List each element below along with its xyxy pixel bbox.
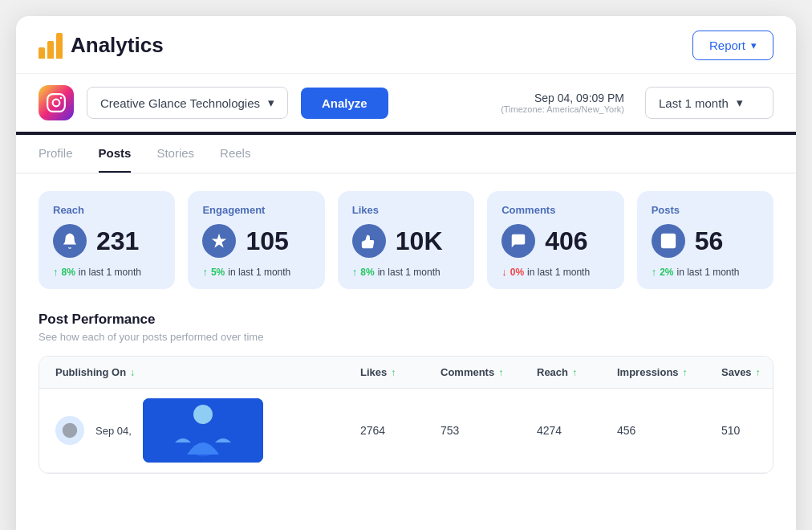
datetime-info: Sep 04, 09:09 PM (Timezone: America/New_…	[501, 92, 624, 114]
tab-stories[interactable]: Stories	[156, 135, 194, 173]
sort-up-icon: ↑	[683, 367, 688, 378]
svg-point-2	[60, 97, 63, 100]
page-title: Analytics	[71, 33, 164, 58]
post-info: Sep 04,	[55, 398, 360, 463]
tab-profile[interactable]: Profile	[39, 135, 73, 173]
reach-icon-circle	[53, 224, 87, 258]
metric-change: ↑ 5% in last 1 month	[202, 266, 310, 278]
posts-icon-circle	[652, 224, 685, 258]
cell-impressions: 456	[617, 424, 721, 437]
metric-label: Reach	[53, 204, 160, 216]
sort-up-icon: ↑	[756, 367, 761, 378]
cell-saves: 510	[721, 424, 773, 437]
up-arrow-icon: ↑	[53, 266, 59, 278]
metric-value: 10K	[396, 226, 443, 256]
table-row: Sep 04, 2764 753	[39, 389, 773, 473]
cell-likes: 2764	[360, 424, 441, 437]
down-arrow-icon: ↓	[501, 266, 507, 278]
col-header-impressions[interactable]: Impressions ↑	[617, 366, 721, 378]
period-label: Last 1 month	[659, 96, 729, 110]
svg-point-1	[53, 100, 60, 107]
metric-value: 105	[246, 226, 288, 256]
analyze-button[interactable]: Analyze	[301, 88, 388, 119]
section-title: Post Performance	[39, 312, 773, 328]
col-header-comments[interactable]: Comments ↑	[441, 366, 537, 378]
instagram-icon	[39, 85, 74, 120]
likes-icon-circle	[352, 224, 386, 258]
tabs-nav: Profile Posts Stories Reels	[16, 135, 796, 173]
col-header-publishing-on[interactable]: Publishing On ↓	[55, 366, 360, 378]
up-arrow-icon: ↑	[202, 266, 208, 278]
account-name: Creative Glance Technologies	[100, 96, 260, 110]
svg-point-5	[664, 237, 667, 239]
metric-card-posts: Posts 56 ↑ 2% in last 1 month	[637, 191, 773, 289]
comments-icon-circle	[501, 224, 535, 258]
sort-down-icon: ↓	[130, 367, 135, 378]
header-logo: Analytics	[39, 33, 164, 59]
sort-up-icon: ↑	[572, 367, 577, 378]
main-content: Reach 231 ↑ 8% in last 1 month Engagemen…	[16, 173, 796, 491]
col-header-reach[interactable]: Reach ↑	[537, 366, 617, 378]
post-icon	[55, 416, 84, 445]
table-header: Publishing On ↓ Likes ↑ Comments ↑ Reach…	[39, 357, 773, 389]
sort-up-icon: ↑	[391, 367, 396, 378]
metric-label: Engagement	[202, 204, 310, 216]
timezone-display: (Timezone: America/New_York)	[501, 104, 624, 114]
metric-label: Comments	[501, 204, 609, 216]
metric-change: ↑ 2% in last 1 month	[652, 266, 759, 278]
col-header-saves[interactable]: Saves ↑	[721, 366, 773, 378]
metric-change: ↑ 8% in last 1 month	[53, 266, 160, 278]
up-arrow-icon: ↑	[352, 266, 358, 278]
tab-posts[interactable]: Posts	[99, 135, 132, 173]
app-card: Analytics Report ▾ Creative Glance Techn…	[16, 16, 796, 530]
metric-value: 231	[96, 226, 139, 256]
svg-rect-0	[47, 94, 65, 112]
post-date: Sep 04,	[95, 425, 132, 437]
metric-change: ↓ 0% in last 1 month	[501, 266, 609, 278]
date-display: Sep 04, 09:09 PM	[501, 92, 624, 104]
metric-value: 56	[695, 226, 724, 256]
metric-card-engagement: Engagement 105 ↑ 5% in last 1 month	[188, 191, 324, 289]
metric-change: ↑ 8% in last 1 month	[352, 266, 460, 278]
metrics-row: Reach 231 ↑ 8% in last 1 month Engagemen…	[39, 191, 773, 289]
post-performance-table: Publishing On ↓ Likes ↑ Comments ↑ Reach…	[39, 356, 773, 474]
metric-value: 406	[545, 226, 587, 256]
metric-card-comments: Comments 406 ↓ 0% in last 1 month	[487, 191, 623, 289]
tab-reels[interactable]: Reels	[220, 135, 250, 173]
account-selector[interactable]: Creative Glance Technologies ▾	[87, 87, 288, 119]
sort-up-icon: ↑	[498, 367, 503, 378]
report-button[interactable]: Report ▾	[692, 31, 773, 60]
section-subtitle: See how each of your posts performed ove…	[39, 331, 773, 343]
chevron-down-icon: ▾	[268, 96, 274, 110]
toolbar: Creative Glance Technologies ▾ Analyze S…	[16, 74, 796, 135]
metric-label: Posts	[652, 204, 759, 216]
chevron-down-icon: ▾	[751, 39, 757, 51]
up-arrow-icon: ↑	[652, 266, 657, 278]
svg-point-7	[193, 405, 213, 424]
bar-chart-icon	[39, 33, 63, 59]
metric-label: Likes	[352, 204, 460, 216]
cell-reach: 4274	[537, 424, 617, 437]
chevron-down-icon: ▾	[737, 96, 743, 110]
col-header-likes[interactable]: Likes ↑	[360, 366, 441, 378]
metric-card-reach: Reach 231 ↑ 8% in last 1 month	[39, 191, 175, 289]
cell-comments: 753	[441, 424, 537, 437]
header: Analytics Report ▾	[16, 16, 796, 74]
period-selector[interactable]: Last 1 month ▾	[645, 87, 773, 119]
metric-card-likes: Likes 10K ↑ 8% in last 1 month	[338, 191, 474, 289]
post-thumbnail	[143, 398, 263, 463]
engagement-icon-circle	[202, 224, 236, 258]
